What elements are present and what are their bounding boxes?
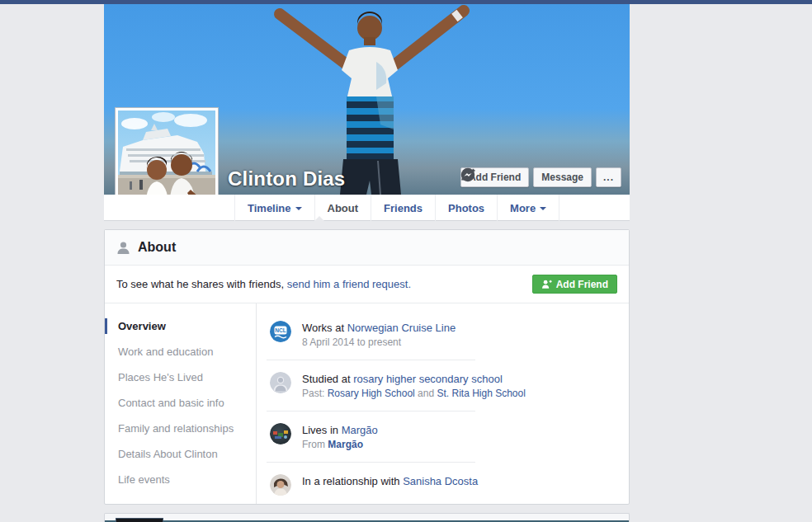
caret-down-icon [295,207,302,210]
about-nav: Overview Work and education Places He's … [105,303,257,504]
ncl-logo-icon[interactable]: NCL [270,321,291,342]
education-past-conjunction: and [415,388,437,399]
tab-photos[interactable]: Photos [436,195,498,221]
message-label: Message [541,172,583,183]
work-employer-link[interactable]: Norwegian Cruise Line [347,322,456,334]
detail-row-work: NCL Works at Norwegian Cruise Line 8 Apr… [257,308,629,360]
tab-about-label: About [328,202,359,214]
relationship-prefix: In a relationship with [302,475,403,487]
tab-friends[interactable]: Friends [371,195,436,221]
nav-item-overview[interactable]: Overview [105,313,256,339]
school-avatar-icon[interactable] [270,372,291,393]
more-options-label: ... [603,172,614,183]
cutoff-photo-thumbnail[interactable] [116,518,163,522]
active-tab-notch [314,216,325,222]
next-section-panel [104,513,630,522]
current-city-link[interactable]: Margão [342,424,378,436]
add-friend-green-label: Add Friend [556,279,608,290]
detail-row-relationship: In a relationship with Sanisha Dcosta [257,462,629,507]
tab-more[interactable]: More [498,195,559,221]
detail-row-current-city: Lives in Margão From Margão [257,411,629,462]
add-friend-label: Add Friend [469,172,521,183]
hometown-link[interactable]: Margão [328,439,363,450]
nav-item-work-education[interactable]: Work and education [105,339,256,364]
education-past-school-2-link[interactable]: St. Rita High School [437,388,525,399]
tab-photos-label: Photos [448,202,484,214]
partner-photo-icon[interactable] [270,474,291,496]
work-prefix: Works at [302,322,347,334]
about-header: About [105,230,629,266]
tabs: Timeline About Friends Photos More [234,195,559,221]
tab-timeline[interactable]: Timeline [234,195,315,221]
tab-friends-label: Friends [384,202,423,214]
caret-down-icon [540,207,546,210]
education-past-school-1-link[interactable]: Rosary High School [328,388,415,399]
cover-action-buttons: Add Friend Message ... [460,167,621,187]
nav-item-details-about[interactable]: Details About Clinton [105,441,256,467]
nav-item-places-lived[interactable]: Places He's Lived [105,364,256,390]
education-past-label: Past: [302,388,328,399]
nav-item-contact-basic-info[interactable]: Contact and basic info [105,390,256,416]
education-school-link[interactable]: rosary higher secondary school [353,373,503,385]
current-city-prefix: Lives in [302,424,342,436]
send-friend-request-link[interactable]: send him a friend request. [287,278,411,290]
city-photo-icon[interactable] [270,423,291,444]
message-icon [460,167,475,182]
add-friend-green-button[interactable]: Add Friend [532,275,617,294]
about-body: Overview Work and education Places He's … [105,303,629,504]
tab-more-label: More [510,202,536,214]
detail-row-education: Studied at rosary higher secondary schoo… [257,360,629,411]
more-options-button[interactable]: ... [596,167,621,187]
hometown-label: From [302,439,328,450]
relationship-partner-link[interactable]: Sanisha Dcosta [403,475,478,487]
message-button[interactable]: Message [533,167,592,187]
nav-item-family-relationships[interactable]: Family and relationships [105,416,256,441]
work-dates: 8 April 2014 to present [302,336,456,348]
nav-item-life-events[interactable]: Life events [105,467,256,492]
tab-timeline-label: Timeline [248,202,291,214]
friend-request-row: To see what he shares with friends, send… [105,266,629,303]
about-panel: About To see what he shares with friends… [104,229,630,505]
about-panel-title: About [138,240,176,255]
friend-prompt-text: To see what he shares with friends, [116,278,284,290]
svg-text:NCL: NCL [275,327,286,333]
person-icon [116,241,130,255]
profile-tab-bar: Timeline About Friends Photos More [104,195,630,221]
about-overview-content: NCL Works at Norwegian Cruise Line 8 Apr… [257,303,629,504]
profile-name: Clinton Dias [228,167,345,190]
add-friend-icon [541,280,552,289]
education-prefix: Studied at [302,373,353,385]
